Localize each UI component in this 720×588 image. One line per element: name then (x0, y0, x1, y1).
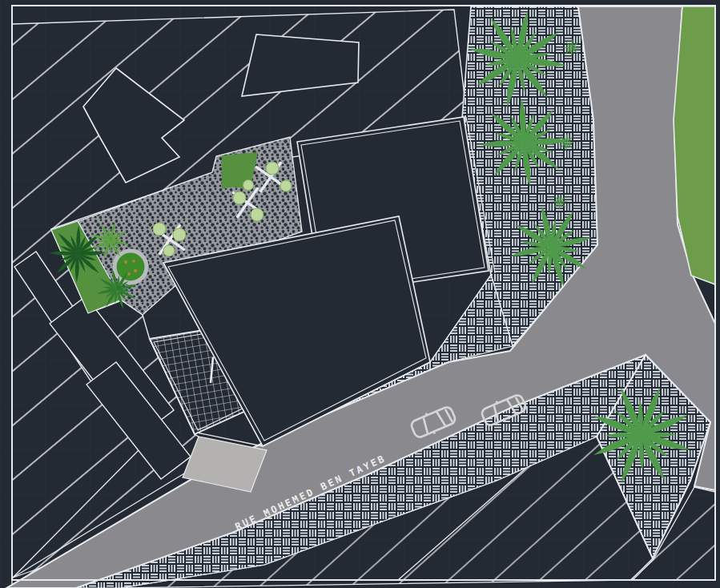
shrub-icon (280, 180, 292, 191)
shrub-icon (153, 223, 166, 236)
shrub-icon (251, 208, 263, 221)
shrub-icon (173, 228, 186, 241)
shrub-icon (233, 191, 246, 204)
cad-viewport: RUE MOHEMED BEN TAYEB (0, 0, 720, 588)
shrub-icon (163, 245, 175, 256)
shrub-icon (266, 162, 279, 175)
cad-canvas[interactable]: RUE MOHEMED BEN TAYEB (0, 0, 720, 588)
shrub-icon (243, 180, 254, 191)
